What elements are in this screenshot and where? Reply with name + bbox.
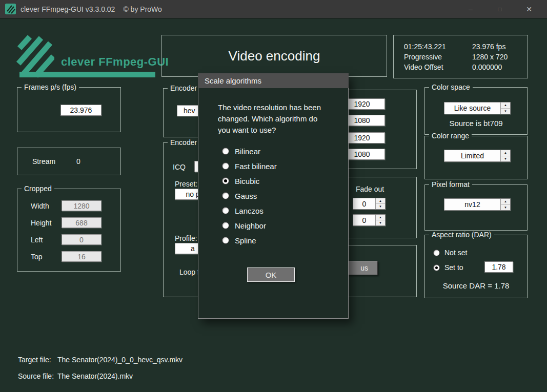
fade-out-value-1[interactable]: 0 xyxy=(353,198,375,209)
spin-up-icon[interactable]: ▲ xyxy=(501,102,510,109)
radio-icon[interactable] xyxy=(222,162,229,170)
dialog-message-line: you want to use? xyxy=(218,125,321,136)
preset-label: Preset: xyxy=(175,180,197,188)
app-logo-icon xyxy=(5,4,16,14)
media-info-panel: 01:25:43.221 23.976 fps Progressive 1280… xyxy=(393,35,528,78)
option-label: Bicubic xyxy=(235,177,259,185)
crop-left-label: Left xyxy=(31,236,43,244)
icq-label: ICQ xyxy=(173,163,186,171)
color-space-group-label: Color space xyxy=(429,83,473,92)
maximize-button[interactable]: □ xyxy=(488,0,512,18)
color-space-note: Source is bt709 xyxy=(424,119,528,128)
fps-input[interactable]: 23.976 xyxy=(60,105,102,116)
media-fps: 23.976 fps xyxy=(472,42,505,52)
encoder-group-label: Encoder xyxy=(168,84,199,93)
aspect-ratio-input[interactable]: 1.78 xyxy=(484,261,513,273)
color-range-group-label: Color range xyxy=(429,132,472,140)
spin-down-icon[interactable]: ▼ xyxy=(501,156,510,162)
spin-down-icon[interactable]: ▼ xyxy=(376,204,385,209)
option-neighbor[interactable]: Neighbor xyxy=(222,220,266,231)
radio-icon[interactable] xyxy=(222,207,229,214)
pixel-format-spinner[interactable]: nv12 ▲ ▼ xyxy=(444,198,511,211)
radio-icon[interactable] xyxy=(222,222,229,229)
radio-icon[interactable] xyxy=(433,250,440,256)
option-gauss[interactable]: Gauss xyxy=(222,191,257,201)
option-label: Bilinear xyxy=(235,147,260,156)
ok-button[interactable]: OK xyxy=(247,267,295,282)
window-title: clever FFmpeg-GUI v3.3.0.02 xyxy=(21,5,115,13)
spin-up-icon[interactable]: ▲ xyxy=(376,198,385,204)
crop-height-label: Height xyxy=(31,219,51,227)
close-icon: ✕ xyxy=(526,5,532,13)
aspect-not-set-option[interactable]: Not set xyxy=(433,249,467,257)
crop-height-input: 688 xyxy=(62,217,102,228)
spin-down-icon[interactable]: ▼ xyxy=(376,220,385,225)
color-space-value[interactable]: Like source xyxy=(444,102,500,114)
page-title: Video encoding xyxy=(229,48,320,64)
spin-up-icon[interactable]: ▲ xyxy=(501,150,510,156)
fps-group-label: Frames p/s (fps) xyxy=(22,83,79,92)
radio-icon[interactable] xyxy=(222,237,229,244)
color-space-spinner[interactable]: Like source ▲ ▼ xyxy=(444,102,511,114)
logo-wordmark: clever FFmpeg-GUI xyxy=(61,55,169,69)
option-label: Gauss xyxy=(235,192,257,200)
radio-icon[interactable] xyxy=(222,177,229,184)
crop-top-label: Top xyxy=(31,253,43,261)
source-file-value: The Senator(2024).mkv xyxy=(57,372,133,380)
crop-width-label: Width xyxy=(31,202,49,210)
aspect-ratio-group-label: Aspect ratio (DAR) xyxy=(429,231,494,239)
crop-left-input: 0 xyxy=(62,234,102,245)
crop-width-input: 1280 xyxy=(62,200,102,211)
radio-icon[interactable] xyxy=(433,264,440,271)
media-info-row: Progressive 1280 x 720 xyxy=(404,52,528,62)
media-offset-label: Video Offset xyxy=(404,62,472,72)
aspect-not-set-label: Not set xyxy=(444,249,467,257)
option-label: Lanczos xyxy=(235,207,264,215)
maximize-icon: □ xyxy=(498,6,501,13)
profile-label: Profile: xyxy=(175,234,197,242)
spin-up-icon[interactable]: ▲ xyxy=(376,215,385,220)
radio-icon[interactable] xyxy=(222,148,229,155)
dialog-message-line: The video resolution has been xyxy=(218,102,321,113)
dialog-message-line: changed. Which algorithm do xyxy=(218,113,321,125)
spin-up-icon[interactable]: ▲ xyxy=(501,199,510,205)
spin-down-icon[interactable]: ▼ xyxy=(501,205,510,211)
radio-icon[interactable] xyxy=(222,192,229,199)
media-info-row: 01:25:43.221 23.976 fps xyxy=(404,42,528,52)
pixel-format-value[interactable]: nv12 xyxy=(444,199,500,210)
fade-out-spinner-2[interactable]: 0 ▲ ▼ xyxy=(353,214,386,226)
minimize-button[interactable]: – xyxy=(459,0,482,18)
option-lanczos[interactable]: Lanczos xyxy=(222,205,264,216)
option-label: Neighbor xyxy=(235,221,266,230)
target-file-value: The Senator(2024)_0_0_hevc_qsv.mkv xyxy=(57,356,183,364)
cropped-group-label: Cropped xyxy=(22,184,54,193)
stream-value: 0 xyxy=(76,157,80,166)
crop-top-input: 16 xyxy=(62,251,102,262)
option-fast-bilinear[interactable]: Fast bilinear xyxy=(222,161,277,171)
color-range-spinner[interactable]: Limited ▲ ▼ xyxy=(444,150,511,162)
aspect-set-to-label: Set to xyxy=(444,263,463,272)
source-file-label: Source file: xyxy=(18,372,54,380)
window-copyright: © by ProWo xyxy=(123,5,161,13)
media-scan-type: Progressive xyxy=(404,52,472,62)
option-bicubic[interactable]: Bicubic xyxy=(222,176,259,186)
media-info-row: Video Offset 0.000000 xyxy=(404,62,528,72)
fade-out-label: Fade out xyxy=(356,185,384,193)
media-timecode: 01:25:43.221 xyxy=(404,42,472,52)
dialog-title: Scale algorithms xyxy=(205,76,261,85)
option-label: Fast bilinear xyxy=(235,162,277,171)
fade-out-value-2[interactable]: 0 xyxy=(353,215,375,225)
aspect-set-to-option[interactable]: Set to xyxy=(433,263,463,272)
target-file-label: Target file: xyxy=(18,356,51,364)
close-button[interactable]: ✕ xyxy=(517,0,541,18)
dialog-titlebar[interactable]: Scale algorithms xyxy=(198,73,349,88)
minimize-icon: – xyxy=(469,5,473,13)
spin-down-icon[interactable]: ▼ xyxy=(501,109,510,114)
option-label: Spline xyxy=(235,236,256,245)
fade-out-spinner-1[interactable]: 0 ▲ ▼ xyxy=(353,198,386,210)
option-bilinear[interactable]: Bilinear xyxy=(222,146,260,156)
option-spline[interactable]: Spline xyxy=(222,235,256,245)
page-header: Video encoding xyxy=(161,35,387,77)
media-resolution: 1280 x 720 xyxy=(472,52,508,62)
color-range-value[interactable]: Limited xyxy=(444,150,500,161)
